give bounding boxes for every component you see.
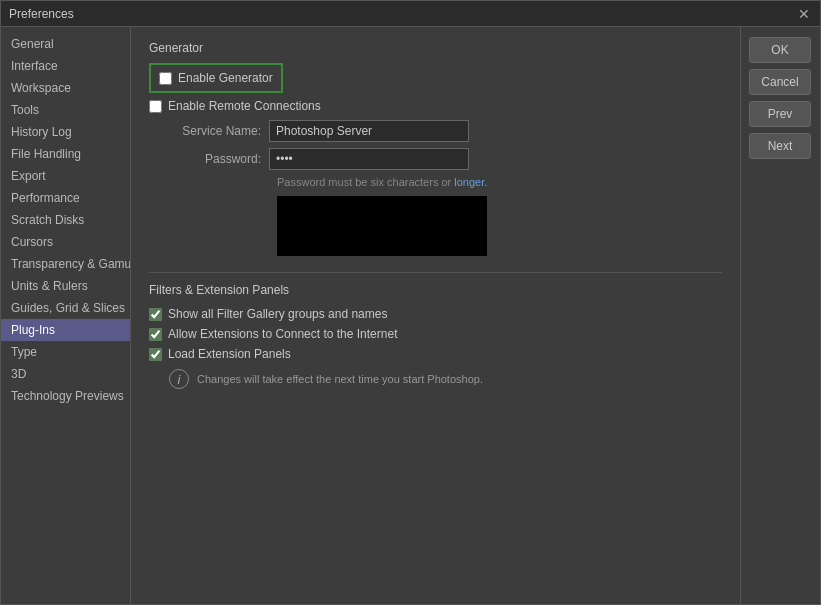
info-text: Changes will take effect the next time y… [197,373,483,385]
allow-extensions-row: Allow Extensions to Connect to the Inter… [149,327,722,341]
sidebar-item-guides-grid-slices[interactable]: Guides, Grid & Slices [1,297,130,319]
allow-extensions-checkbox[interactable] [149,328,162,341]
password-input[interactable] [269,148,469,170]
next-button[interactable]: Next [749,133,811,159]
sidebar-item-general[interactable]: General [1,33,130,55]
show-filter-gallery-checkbox[interactable] [149,308,162,321]
preferences-window: Preferences ✕ GeneralInterfaceWorkspaceT… [0,0,821,605]
main-panel: Generator Enable Generator Enable Remote… [131,27,740,604]
section-divider [149,272,722,273]
sidebar-item-interface[interactable]: Interface [1,55,130,77]
load-extension-panels-row: Load Extension Panels [149,347,722,361]
service-name-label: Service Name: [149,124,269,138]
content-area: GeneralInterfaceWorkspaceToolsHistory Lo… [1,27,820,604]
generator-preview-box [277,196,487,256]
cancel-button[interactable]: Cancel [749,69,811,95]
service-name-input[interactable] [269,120,469,142]
close-button[interactable]: ✕ [796,6,812,22]
sidebar-item-units-rulers[interactable]: Units & Rulers [1,275,130,297]
sidebar-item-type[interactable]: Type [1,341,130,363]
allow-extensions-label[interactable]: Allow Extensions to Connect to the Inter… [168,327,397,341]
load-extension-panels-checkbox[interactable] [149,348,162,361]
password-row: Password: [149,148,722,170]
enable-generator-box: Enable Generator [149,63,283,93]
sidebar-item-technology-previews[interactable]: Technology Previews [1,385,130,407]
buttons-panel: OK Cancel Prev Next [740,27,820,604]
enable-remote-connections-label[interactable]: Enable Remote Connections [168,99,321,113]
titlebar: Preferences ✕ [1,1,820,27]
service-name-row: Service Name: [149,120,722,142]
sidebar-item-transparency-gamut[interactable]: Transparency & Gamut [1,253,130,275]
enable-remote-connections-row: Enable Remote Connections [149,99,722,113]
info-icon: i [169,369,189,389]
generator-section-title: Generator [149,41,722,55]
sidebar-item-workspace[interactable]: Workspace [1,77,130,99]
sidebar-item-scratch-disks[interactable]: Scratch Disks [1,209,130,231]
enable-remote-connections-checkbox[interactable] [149,100,162,113]
filters-section-title: Filters & Extension Panels [149,283,722,297]
sidebar-item-cursors[interactable]: Cursors [1,231,130,253]
prev-button[interactable]: Prev [749,101,811,127]
password-hint: Password must be six characters or longe… [277,176,722,188]
sidebar-item-file-handling[interactable]: File Handling [1,143,130,165]
show-filter-gallery-row: Show all Filter Gallery groups and names [149,307,722,321]
password-label: Password: [149,152,269,166]
enable-generator-label[interactable]: Enable Generator [178,71,273,85]
info-row: i Changes will take effect the next time… [149,369,722,389]
sidebar: GeneralInterfaceWorkspaceToolsHistory Lo… [1,27,131,604]
enable-generator-checkbox[interactable] [159,72,172,85]
sidebar-item-tools[interactable]: Tools [1,99,130,121]
show-filter-gallery-label[interactable]: Show all Filter Gallery groups and names [168,307,387,321]
sidebar-item-history-log[interactable]: History Log [1,121,130,143]
ok-button[interactable]: OK [749,37,811,63]
sidebar-item-plug-ins[interactable]: Plug-Ins [1,319,130,341]
load-extension-panels-label[interactable]: Load Extension Panels [168,347,291,361]
sidebar-item-3d[interactable]: 3D [1,363,130,385]
sidebar-item-performance[interactable]: Performance [1,187,130,209]
sidebar-item-export[interactable]: Export [1,165,130,187]
hint-link[interactable]: longer. [454,176,487,188]
window-title: Preferences [9,7,74,21]
